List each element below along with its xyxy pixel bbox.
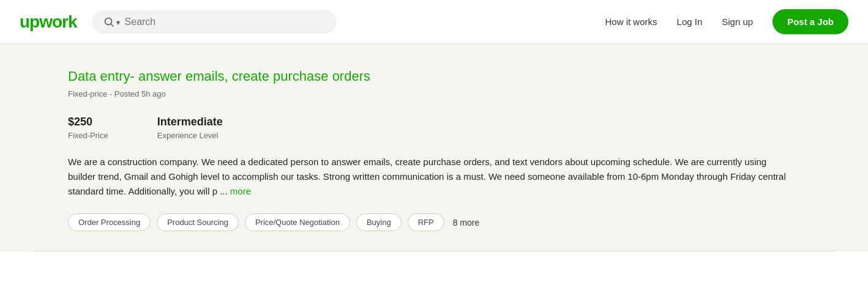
price-label: Fixed-Price — [68, 131, 108, 140]
search-bar[interactable] — [92, 10, 337, 34]
job-experience: Intermediate — [157, 116, 223, 128]
main-content: Data entry- answer emails, create purcha… — [0, 44, 868, 251]
site-header: upwork How it works Log In Sign up Post … — [0, 0, 868, 44]
main-nav: How it works Log In Sign up Post a Job — [605, 9, 848, 34]
search-input[interactable] — [125, 17, 324, 28]
experience-label: Experience Level — [157, 131, 223, 140]
job-description: We are a construction company. We need a… — [68, 155, 790, 199]
skill-tag[interactable]: Buying — [356, 213, 402, 231]
log-in-link[interactable]: Log In — [677, 17, 703, 27]
content-wrapper: Data entry- answer emails, create purcha… — [24, 44, 844, 251]
description-text: We are a construction company. We need a… — [68, 157, 786, 196]
job-card: Data entry- answer emails, create purcha… — [34, 44, 834, 251]
skills-row: Order ProcessingProduct SourcingPrice/Qu… — [68, 213, 800, 231]
more-link[interactable]: more — [230, 186, 251, 196]
sign-up-link[interactable]: Sign up — [722, 17, 753, 27]
svg-line-1 — [111, 24, 113, 26]
more-skills-link[interactable]: 8 more — [453, 218, 480, 227]
experience-group: Intermediate Experience Level — [157, 116, 223, 140]
skill-tag[interactable]: Price/Quote Negotiation — [245, 213, 350, 231]
skill-tag[interactable]: Order Processing — [68, 213, 151, 231]
skill-tag[interactable]: RFP — [408, 213, 444, 231]
job-meta: Fixed-price - Posted 5h ago — [68, 89, 800, 98]
how-it-works-link[interactable]: How it works — [605, 17, 657, 27]
search-icon — [104, 17, 114, 27]
job-title-link[interactable]: Data entry- answer emails, create purcha… — [68, 68, 370, 84]
search-dropdown-icon[interactable] — [116, 17, 120, 28]
post-job-button[interactable]: Post a Job — [773, 9, 848, 34]
job-details: $250 Fixed-Price Intermediate Experience… — [68, 116, 800, 140]
upwork-logo: upwork — [20, 12, 77, 32]
price-group: $250 Fixed-Price — [68, 116, 108, 140]
search-icon-group — [104, 17, 120, 28]
job-price: $250 — [68, 116, 108, 128]
skill-tag[interactable]: Product Sourcing — [157, 213, 239, 231]
